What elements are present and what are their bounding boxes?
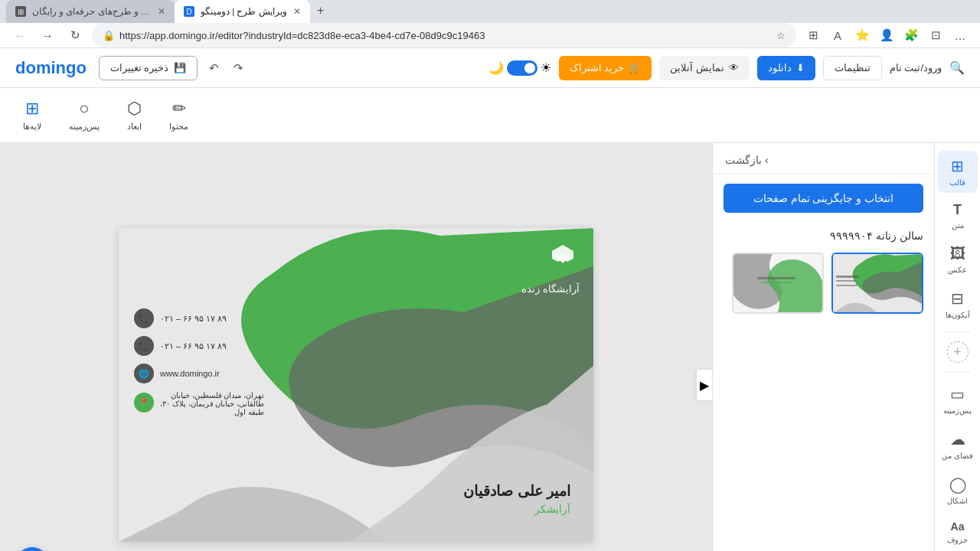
phone-text-1: ۰۲۱ – ۶۶ ۹۵ ۱۷ ۸۹	[160, 314, 227, 324]
image-ip-label: عکس	[948, 266, 967, 274]
browser-favorites-icon[interactable]: ⭐	[851, 24, 873, 46]
panel-toggle-button[interactable]: ▶	[697, 370, 712, 400]
card-contact-section: 📞 ۰۲۱ – ۶۶ ۹۵ ۱۷ ۸۹ 📞 ۰۲۱ – ۶۶ ۹۵ ۱۷ ۸۹ …	[134, 308, 264, 416]
select-all-label: انتخاب و جایگزینی تمام صفحات	[753, 192, 894, 204]
dimension-label: ابعاد	[127, 122, 142, 132]
content-area: آرایشگاه زنده 📞 ۰۲۱ – ۶۶ ۹۵ ۱۷ ۸۹ 📞 ۰۲۱ …	[0, 143, 980, 551]
undo-button[interactable]: ↶	[204, 57, 225, 79]
fonts-ip-label: حروف	[947, 536, 968, 544]
canvas-area[interactable]: آرایشگاه زنده 📞 ۰۲۱ – ۶۶ ۹۵ ۱۷ ۸۹ 📞 ۰۲۱ …	[0, 143, 712, 551]
icon-panel-icons[interactable]: ⊟ آیکون‌ها	[938, 283, 978, 325]
logo-area: domingo	[15, 58, 87, 78]
toggle-moon-icon: 🌙	[488, 60, 504, 75]
tab-title-1: قالب‌ها و طرح‌های حرفه‌ای و رایگان	[32, 6, 152, 17]
online-preview-button[interactable]: 👁 نمایش آنلاین	[659, 56, 750, 80]
eye-icon: 👁	[729, 62, 739, 73]
toolbar-content[interactable]: ✏ محتوا	[169, 99, 188, 132]
svg-rect-5	[757, 277, 795, 279]
web-icon: 🌐	[134, 364, 154, 383]
template-title: سالن زنانه ۹۹۹۹۹۰۴	[713, 222, 934, 246]
back-button[interactable]: › بازگشت	[725, 154, 769, 166]
bookmark-icon[interactable]: ☆	[776, 30, 786, 41]
toggle-switch[interactable]	[507, 60, 537, 76]
tab-favicon-1: ⊞	[15, 6, 26, 17]
address-bar[interactable]: 🔒 https://app.domingo.ir/editor?industry…	[92, 23, 796, 47]
header-search-icon[interactable]: 🔍	[949, 60, 965, 75]
header-save-area: 💾 ذخیره تغییرات ↶ ↷	[99, 56, 250, 80]
add-element-button[interactable]: +	[947, 341, 969, 363]
phone-icon-1: 📞	[134, 308, 154, 328]
thumbnails-row	[713, 246, 934, 324]
browser-menu-icon[interactable]: …	[949, 24, 971, 46]
icon-panel-myspace[interactable]: ☁ فضای من	[938, 424, 978, 466]
redo-button[interactable]: ↷	[228, 57, 250, 79]
plugin-button[interactable]: ✦	[15, 547, 49, 551]
browser-profile-icon[interactable]: 👤	[876, 24, 897, 46]
back-button[interactable]: ←	[9, 24, 31, 46]
toolbar-background[interactable]: ○ پس‌زمینه	[69, 99, 100, 132]
forward-button[interactable]: →	[37, 24, 58, 46]
thumbnail-2[interactable]	[732, 253, 824, 314]
back-arrow-icon: ›	[765, 154, 769, 166]
icon-panel-template[interactable]: ⊞ قالب	[938, 151, 978, 193]
select-all-pages-button[interactable]: انتخاب و جایگزینی تمام صفحات	[724, 184, 923, 213]
address-line1: تهران، میدان فلسطین، خیابان	[160, 391, 264, 399]
address-line2: طالقانی، خیابان فریمان، پلاک ۳۰،	[160, 399, 264, 408]
thumbnail-1-preview	[831, 254, 922, 314]
save-button[interactable]: 💾 ذخیره تغییرات	[99, 56, 198, 80]
thumbnail-1[interactable]	[831, 253, 923, 314]
svg-rect-3	[836, 285, 858, 286]
header-right: 🌙 ☀ 🛒 خرید اشتراک 👁 نمایش آنلاین ⬇ دانلو…	[488, 56, 965, 80]
icon-panel-text[interactable]: T متن	[938, 196, 978, 236]
settings-button[interactable]: تنظیمات	[823, 56, 882, 80]
undo-redo-area: ↶ ↷	[204, 57, 250, 79]
toolbar-layer[interactable]: ⊞ لایه‌ها	[23, 99, 41, 132]
template-icon: ⊞	[951, 157, 964, 175]
browser-translate-icon[interactable]: A	[827, 24, 848, 46]
online-label: نمایش آنلاین	[670, 62, 724, 73]
browser-tabs-bar: ⊞ قالب‌ها و طرح‌های حرفه‌ای و رایگان ✕ D…	[0, 0, 980, 23]
browser-toolbar-icons: ⊞ A ⭐ 👤 🧩 ⊡ …	[802, 24, 971, 46]
login-button[interactable]: ورود/ثبت نام	[890, 62, 942, 73]
browser-app-icon[interactable]: ⊞	[802, 24, 824, 46]
tab-close-1[interactable]: ✕	[158, 6, 165, 17]
content-label: محتوا	[169, 122, 188, 132]
background-ip-icon: ▭	[950, 385, 965, 403]
svg-rect-1	[836, 276, 859, 278]
template-ip-label: قالب	[949, 178, 965, 187]
subscribe-button[interactable]: 🛒 خرید اشتراک	[559, 56, 652, 80]
content-icon: ✏	[172, 99, 186, 119]
icon-panel-fonts[interactable]: Aa حروف	[938, 514, 978, 550]
right-panel: › بازگشت انتخاب و جایگزینی تمام صفحات سا…	[712, 143, 934, 551]
browser-tab-active[interactable]: D ویرایش طرح | دومینگو ✕	[175, 0, 310, 23]
refresh-button[interactable]: ↻	[64, 24, 86, 46]
theme-toggle[interactable]: 🌙 ☀	[488, 60, 551, 76]
new-tab-button[interactable]: +	[310, 0, 332, 21]
toolbar-dimension[interactable]: ⬡ ابعاد	[127, 99, 142, 132]
svg-rect-2	[836, 280, 855, 282]
shapes-icon: ◯	[949, 475, 966, 494]
browser-extensions-icon[interactable]: 🧩	[900, 24, 922, 46]
text-ip-label: متن	[952, 221, 964, 230]
icon-panel-shapes[interactable]: ◯ اشکال	[938, 469, 978, 511]
canvas[interactable]: آرایشگاه زنده 📞 ۰۲۱ – ۶۶ ۹۵ ۱۷ ۸۹ 📞 ۰۲۱ …	[119, 228, 593, 542]
card-person-section: امیر علی صادقیان آرایشکر	[463, 482, 570, 515]
icon-panel-divider	[944, 331, 972, 332]
panel-header: › بازگشت	[713, 143, 934, 174]
myspace-ip-label: فضای من	[942, 452, 973, 460]
icon-panel-background[interactable]: ▭ پس‌زمینه	[938, 379, 978, 421]
card-web-row: 🌐 www.domingo.ir	[134, 364, 264, 383]
browser-tab-inactive[interactable]: ⊞ قالب‌ها و طرح‌های حرفه‌ای و رایگان ✕	[6, 0, 175, 23]
subscribe-label: خرید اشتراک	[570, 62, 625, 73]
download-button[interactable]: ⬇ دانلود	[757, 56, 815, 80]
tab-close-2[interactable]: ✕	[293, 6, 301, 17]
browser-collections-icon[interactable]: ⊡	[925, 24, 946, 46]
canvas-wrap: آرایشگاه زنده 📞 ۰۲۱ – ۶۶ ۹۵ ۱۷ ۸۹ 📞 ۰۲۱ …	[119, 228, 593, 542]
thumbnail-2-preview	[732, 254, 822, 314]
tab-title-2: ویرایش طرح | دومینگو	[201, 6, 287, 17]
background-ip-label: پس‌زمینه	[943, 406, 972, 415]
icon-panel-image[interactable]: 🖼 عکس	[938, 239, 978, 280]
icon-panel: ⊞ قالب T متن 🖼 عکس ⊟ آیکون‌ها +	[934, 143, 980, 551]
lock-icon: 🔒	[103, 30, 115, 41]
download-label: دانلود	[768, 62, 792, 73]
